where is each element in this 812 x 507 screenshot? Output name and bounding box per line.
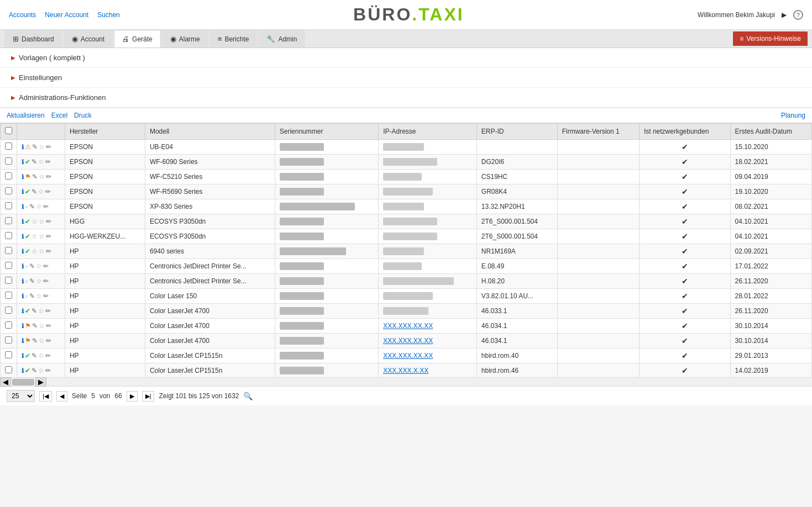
- next-page-btn[interactable]: ▶: [127, 391, 138, 402]
- star-icon[interactable]: ☆: [39, 173, 45, 181]
- edit-icon[interactable]: ✎: [32, 352, 37, 360]
- row-checkbox[interactable]: [5, 292, 12, 299]
- star-icon[interactable]: ☆: [39, 218, 45, 225]
- info-icon[interactable]: ℹ: [22, 323, 24, 330]
- action-excel[interactable]: Excel: [51, 112, 67, 119]
- col-erpid-header[interactable]: ERP-ID: [476, 124, 557, 140]
- edit-icon[interactable]: ✎: [29, 203, 35, 210]
- accounts-link[interactable]: Accounts: [9, 11, 36, 19]
- star-icon[interactable]: ☆: [39, 143, 45, 151]
- star-icon[interactable]: ☆: [36, 262, 42, 270]
- info-icon[interactable]: ℹ: [22, 203, 24, 210]
- pen-icon[interactable]: ✏: [46, 173, 51, 181]
- action-aktualisieren[interactable]: Aktualisieren: [7, 112, 45, 119]
- edit-icon[interactable]: ✎: [32, 143, 38, 151]
- row-checkbox[interactable]: [5, 142, 12, 150]
- page-size-select[interactable]: 25 50 100: [7, 390, 35, 402]
- ip-link[interactable]: XXX.XXX.XX.XX: [383, 337, 433, 345]
- pen-icon[interactable]: ✏: [45, 352, 51, 360]
- scroll-right-btn[interactable]: ▶: [35, 377, 46, 387]
- info-icon[interactable]: ℹ: [22, 337, 24, 345]
- edit-icon[interactable]: ✎: [32, 367, 37, 374]
- row-checkbox[interactable]: [5, 351, 12, 358]
- search-button[interactable]: 🔍: [243, 392, 253, 400]
- star-icon[interactable]: ☆: [38, 188, 44, 196]
- pen-icon[interactable]: ✏: [45, 367, 51, 374]
- pen-icon[interactable]: ✏: [45, 188, 51, 196]
- col-audit-header[interactable]: Erstes Audit-Datum: [730, 124, 811, 140]
- row-checkbox[interactable]: [5, 187, 12, 194]
- dropdown-vorlagen[interactable]: ▶ Vorlagen ( komplett ): [0, 48, 812, 68]
- pen-icon[interactable]: ✏: [43, 292, 49, 300]
- edit-icon[interactable]: ✎: [32, 188, 37, 196]
- col-network-header[interactable]: Ist netzwerkgebunden: [639, 124, 730, 140]
- star-icon[interactable]: ☆: [39, 337, 45, 345]
- planung-link[interactable]: Planung: [781, 112, 805, 119]
- pen-icon[interactable]: ✏: [46, 218, 51, 225]
- star-icon[interactable]: ☆: [38, 158, 44, 166]
- new-account-link[interactable]: Neuer Account: [45, 11, 88, 19]
- row-checkbox[interactable]: [5, 366, 12, 373]
- info-icon[interactable]: ℹ: [22, 308, 24, 315]
- info-icon[interactable]: ℹ: [22, 263, 24, 270]
- tab-dashboard[interactable]: ⊞ Dashboard: [4, 30, 62, 47]
- pen-icon[interactable]: ✏: [46, 233, 51, 240]
- info-icon[interactable]: ℹ: [22, 159, 24, 166]
- col-modell-header[interactable]: Modell: [145, 124, 275, 140]
- horizontal-scrollbar[interactable]: ◀ ▶: [0, 377, 812, 386]
- info-icon[interactable]: ℹ: [22, 144, 24, 151]
- tab-admin[interactable]: 🔧 Admin: [258, 30, 305, 47]
- tab-geraete[interactable]: 🖨 Geräte: [114, 30, 161, 47]
- edit-icon[interactable]: ✎: [32, 307, 37, 315]
- edit-icon[interactable]: ✎: [32, 337, 38, 345]
- pen-icon[interactable]: ✏: [43, 262, 49, 270]
- info-icon[interactable]: ℹ: [22, 278, 24, 285]
- col-serial-header[interactable]: Seriennummer: [275, 124, 378, 140]
- star-icon[interactable]: ☆: [39, 322, 45, 330]
- tab-account[interactable]: ◉ Account: [64, 30, 113, 47]
- col-hersteller-header[interactable]: Hersteller: [65, 124, 145, 140]
- row-checkbox[interactable]: [5, 307, 12, 314]
- ip-link[interactable]: XXX.XXX.X.XX: [383, 367, 428, 374]
- star-icon[interactable]: ☆: [38, 352, 44, 360]
- row-checkbox[interactable]: [5, 172, 12, 179]
- col-ip-header[interactable]: IP-Adresse: [379, 124, 477, 140]
- info-icon[interactable]: ℹ: [22, 173, 24, 181]
- pen-icon[interactable]: ✏: [45, 307, 51, 315]
- select-all-checkbox[interactable]: [5, 127, 12, 134]
- info-icon[interactable]: ℹ: [22, 293, 24, 300]
- versions-button[interactable]: ≡ Versions-Hinweise: [733, 31, 808, 46]
- edit-icon[interactable]: ✎: [29, 277, 35, 285]
- row-checkbox[interactable]: [5, 336, 12, 344]
- star-icon[interactable]: ☆: [36, 277, 42, 285]
- star-icon[interactable]: ☆: [32, 247, 38, 255]
- scroll-left-btn[interactable]: ◀: [0, 377, 11, 387]
- row-checkbox[interactable]: [5, 232, 12, 239]
- search-link[interactable]: Suchen: [97, 11, 120, 19]
- edit-icon[interactable]: ✎: [29, 262, 35, 270]
- pen-icon[interactable]: ✏: [46, 247, 51, 255]
- pen-icon[interactable]: ✏: [43, 203, 49, 210]
- user-arrow[interactable]: ▶: [782, 11, 787, 19]
- info-icon[interactable]: ℹ: [22, 218, 24, 225]
- scroll-thumb[interactable]: [12, 379, 34, 385]
- pen-icon[interactable]: ✏: [45, 158, 51, 166]
- row-checkbox[interactable]: [5, 277, 12, 284]
- row-checkbox[interactable]: [5, 202, 12, 209]
- pen-icon[interactable]: ✏: [43, 277, 49, 285]
- edit-icon[interactable]: ✎: [32, 173, 38, 181]
- star-icon[interactable]: ☆: [32, 233, 38, 240]
- info-icon[interactable]: ℹ: [22, 233, 24, 240]
- info-icon[interactable]: ℹ: [22, 188, 24, 196]
- dropdown-admin-funktionen[interactable]: ▶ Administrations-Funktionen: [0, 88, 812, 108]
- row-checkbox[interactable]: [5, 262, 12, 269]
- info-icon[interactable]: ℹ: [22, 367, 24, 374]
- row-checkbox[interactable]: [5, 321, 12, 329]
- first-page-btn[interactable]: |◀: [39, 391, 52, 402]
- help-button[interactable]: ?: [793, 10, 803, 20]
- info-icon[interactable]: ℹ: [22, 352, 24, 360]
- pen-icon[interactable]: ✏: [46, 143, 51, 151]
- col-firmware-header[interactable]: Firmware-Version 1: [557, 124, 639, 140]
- ip-link[interactable]: XXX.XXX.XX.XX: [383, 322, 433, 330]
- star-icon[interactable]: ☆: [36, 203, 42, 210]
